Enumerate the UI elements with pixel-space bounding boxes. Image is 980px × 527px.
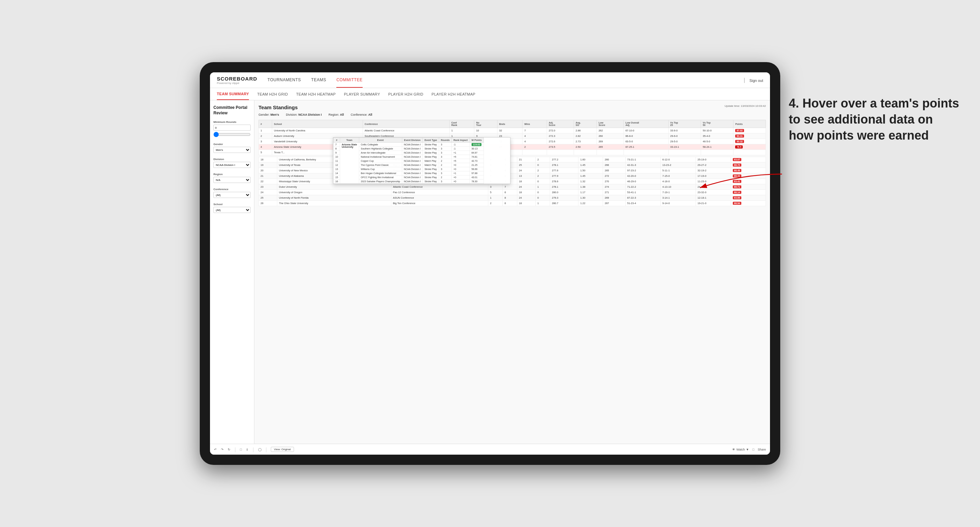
undo-button[interactable]: ↶ — [214, 448, 217, 451]
table-header-row: # School Conference ConfRank NoTour Bnds… — [259, 120, 766, 128]
gender-select[interactable]: Men's Women's — [213, 147, 251, 153]
share-button[interactable]: Share — [758, 448, 766, 451]
annotation-arrow — [693, 167, 789, 195]
update-time: Update time: 13/03/2024 10:03:42 — [725, 105, 766, 108]
sub-nav-player-h2h-heatmap[interactable]: PLAYER H2H HEATMAP — [432, 89, 475, 100]
logo-sub: Powered by clippd — [217, 82, 257, 85]
points-badge[interactable]: 83.89 — [733, 196, 742, 199]
main-content: Committee Portal Review Minimum Rounds G… — [210, 100, 770, 444]
sidebar-section-division: Division NCAA Division I NCAA Division I… — [213, 158, 251, 168]
copy-button[interactable]: □ — [240, 448, 242, 451]
points-badge[interactable]: 88.94 — [733, 202, 742, 205]
sub-nav-team-summary[interactable]: TEAM SUMMARY — [217, 88, 249, 100]
filter-row: Gender: Men's Division: NCAA Division I … — [258, 113, 766, 116]
tooltip-table: # Team Event Event Division Event Type R… — [333, 137, 511, 184]
top-nav: SCOREBOARD Powered by clippd TOURNAMENTS… — [210, 72, 770, 88]
points-badge[interactable]: 90.32 — [735, 140, 744, 143]
sub-nav: TEAM SUMMARY TEAM H2H GRID TEAM H2H HEAT… — [210, 88, 770, 100]
download-button[interactable]: ⇓ — [246, 448, 248, 451]
points-badge[interactable]: 93.31 — [735, 135, 744, 138]
nav-item-committee[interactable]: COMMITTEE — [336, 73, 363, 88]
tooltip-inner-table: # Team Event Event Division Event Type R… — [333, 138, 484, 184]
sidebar-section-region: Region N/A All — [213, 173, 251, 183]
conference-select[interactable]: (All) — [213, 192, 251, 198]
standings-header: Team Standings Update time: 13/03/2024 1… — [258, 105, 766, 110]
bottom-toolbar: ↶ ↷ ↻ | □ ⇓ | ◯ | View: Original 👁 Watch… — [210, 444, 770, 455]
comment-button[interactable]: □ — [752, 448, 754, 451]
standings-title: Team Standings — [258, 105, 298, 110]
redo-button[interactable]: ↷ — [221, 448, 224, 451]
sidebar: Committee Portal Review Minimum Rounds G… — [210, 100, 255, 444]
region-select[interactable]: N/A All — [213, 177, 251, 183]
sidebar-section-gender: Gender Men's Women's — [213, 143, 251, 153]
points-badge[interactable]: 83.07 — [733, 158, 742, 161]
tablet-screen: SCOREBOARD Powered by clippd TOURNAMENTS… — [210, 72, 770, 455]
clock-button[interactable]: ◯ — [258, 448, 262, 451]
sidebar-section-conference: Conference (All) — [213, 188, 251, 198]
table-row: 25 University of North Florida ASUN Conf… — [259, 195, 766, 201]
points-badge-selected[interactable]: 78.5 — [735, 145, 743, 148]
sidebar-title: Committee Portal Review — [213, 105, 251, 116]
nav-item-teams[interactable]: TEAMS — [311, 73, 326, 88]
sub-nav-player-h2h-grid[interactable]: PLAYER H2H GRID — [388, 89, 423, 100]
min-rounds-slider[interactable] — [213, 132, 251, 137]
logo-text: SCOREBOARD — [217, 76, 257, 82]
tablet-device: SCOREBOARD Powered by clippd TOURNAMENTS… — [200, 62, 780, 465]
sub-nav-player-summary[interactable]: PLAYER SUMMARY — [344, 89, 380, 100]
table-row: 26 The Ohio State University Big Ten Con… — [259, 201, 766, 206]
table-row: 23 Duke University Atlantic Coast Confer… — [259, 184, 766, 190]
table-row: 1 University of North Carolina Atlantic … — [259, 128, 766, 133]
nav-item-tournaments[interactable]: TOURNAMENTS — [267, 73, 301, 88]
sub-nav-team-h2h-heatmap[interactable]: TEAM H2H HEATMAP — [296, 89, 336, 100]
nav-items: TOURNAMENTS TEAMS COMMITTEE — [267, 73, 744, 88]
logo-area: SCOREBOARD Powered by clippd — [217, 76, 257, 85]
min-rounds-input[interactable] — [213, 125, 251, 131]
sidebar-section-school: School (All) — [213, 203, 251, 213]
points-badge[interactable]: 97.02 — [735, 129, 744, 132]
school-select[interactable]: (All) — [213, 207, 251, 213]
sidebar-section-min-rounds: Minimum Rounds — [213, 121, 251, 138]
refresh-button[interactable]: ↻ — [228, 448, 231, 451]
view-original-button[interactable]: View: Original — [271, 447, 294, 452]
division-select[interactable]: NCAA Division I NCAA Division II NCAA Di… — [213, 162, 251, 168]
right-panel: Team Standings Update time: 13/03/2024 1… — [255, 100, 770, 444]
list-item: 7 Arizona StateUniversity Celtic Collegi… — [334, 143, 484, 147]
watch-button[interactable]: 👁 Watch ▼ — [732, 448, 749, 451]
table-row: 24 University of Oregon Pac-12 Conferenc… — [259, 190, 766, 195]
sign-out-area: | Sign out — [744, 77, 763, 83]
annotation-text: 4. Hover over a team's points to see add… — [789, 95, 959, 143]
sub-nav-team-h2h-grid[interactable]: TEAM H2H GRID — [257, 89, 288, 100]
sign-out-button[interactable]: Sign out — [749, 78, 763, 83]
points-badge[interactable]: 88.70 — [733, 163, 742, 167]
